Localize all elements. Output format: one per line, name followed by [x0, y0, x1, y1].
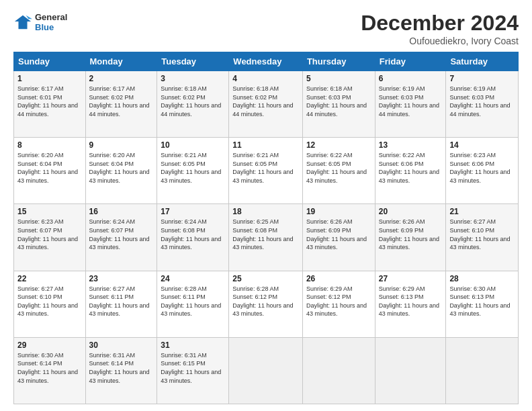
- week-row-5: 29Sunrise: 6:30 AMSunset: 6:14 PMDayligh…: [14, 337, 519, 404]
- day-number: 5: [306, 74, 371, 83]
- day-info: Sunrise: 6:25 AMSunset: 6:08 PMDaylight:…: [232, 218, 299, 251]
- day-info: Sunrise: 6:18 AMSunset: 6:02 PMDaylight:…: [161, 85, 225, 118]
- day-info: Sunrise: 6:30 AMSunset: 6:14 PMDaylight:…: [17, 351, 82, 385]
- day-info: Sunrise: 6:20 AMSunset: 6:04 PMDaylight:…: [89, 151, 154, 185]
- day-number: 6: [379, 74, 443, 83]
- week-row-2: 8Sunrise: 6:20 AMSunset: 6:04 PMDaylight…: [14, 138, 519, 204]
- day-number: 16: [89, 207, 154, 216]
- day-number: 20: [379, 207, 443, 216]
- week-row-1: 1Sunrise: 6:17 AMSunset: 6:01 PMDaylight…: [14, 71, 519, 138]
- calendar-cell: 6Sunrise: 6:19 AMSunset: 6:03 PMDaylight…: [375, 71, 446, 138]
- logo: General Blue: [13, 12, 67, 32]
- day-number: 19: [306, 207, 371, 216]
- calendar-cell: 4Sunrise: 6:18 AMSunset: 6:02 PMDaylight…: [229, 71, 303, 138]
- day-number: 9: [89, 140, 154, 150]
- calendar-cell: 7Sunrise: 6:19 AMSunset: 6:03 PMDaylight…: [446, 71, 519, 138]
- day-info: Sunrise: 6:29 AMSunset: 6:12 PMDaylight:…: [306, 285, 371, 318]
- day-info: Sunrise: 6:19 AMSunset: 6:03 PMDaylight:…: [379, 85, 443, 118]
- day-info: Sunrise: 6:21 AMSunset: 6:05 PMDaylight:…: [232, 151, 299, 185]
- day-number: 28: [449, 274, 515, 283]
- day-number: 4: [232, 74, 299, 83]
- calendar-cell: 2Sunrise: 6:17 AMSunset: 6:02 PMDaylight…: [85, 71, 157, 138]
- calendar-cell: 13Sunrise: 6:22 AMSunset: 6:06 PMDayligh…: [375, 138, 446, 204]
- day-number: 29: [17, 340, 82, 350]
- header-wednesday: Wednesday: [229, 52, 303, 71]
- day-info: Sunrise: 6:17 AMSunset: 6:02 PMDaylight:…: [89, 85, 154, 118]
- title-section: December 2024 Oufouediekro, Ivory Coast: [361, 12, 519, 46]
- day-info: Sunrise: 6:30 AMSunset: 6:13 PMDaylight:…: [449, 285, 515, 318]
- day-info: Sunrise: 6:24 AMSunset: 6:08 PMDaylight:…: [161, 218, 225, 251]
- day-number: 3: [161, 74, 225, 83]
- day-number: 13: [379, 140, 443, 150]
- calendar-cell: 15Sunrise: 6:23 AMSunset: 6:07 PMDayligh…: [14, 204, 86, 271]
- calendar-cell: 9Sunrise: 6:20 AMSunset: 6:04 PMDaylight…: [85, 138, 157, 204]
- day-info: Sunrise: 6:22 AMSunset: 6:06 PMDaylight:…: [379, 151, 443, 185]
- day-info: Sunrise: 6:23 AMSunset: 6:06 PMDaylight:…: [449, 151, 515, 185]
- day-info: Sunrise: 6:26 AMSunset: 6:09 PMDaylight:…: [379, 218, 443, 251]
- day-number: 12: [306, 140, 371, 150]
- calendar-cell: 22Sunrise: 6:27 AMSunset: 6:10 PMDayligh…: [14, 271, 86, 337]
- day-number: 8: [17, 140, 82, 150]
- header-thursday: Thursday: [302, 52, 375, 71]
- day-info: Sunrise: 6:22 AMSunset: 6:05 PMDaylight:…: [306, 151, 371, 185]
- day-info: Sunrise: 6:27 AMSunset: 6:10 PMDaylight:…: [449, 218, 515, 251]
- top-section: General Blue December 2024 Oufouediekro,…: [13, 12, 519, 46]
- header-saturday: Saturday: [446, 52, 519, 71]
- day-info: Sunrise: 6:18 AMSunset: 6:03 PMDaylight:…: [306, 85, 371, 118]
- calendar-cell: [375, 337, 446, 404]
- day-number: 10: [161, 140, 225, 150]
- day-number: 14: [449, 140, 515, 150]
- calendar-cell: 23Sunrise: 6:27 AMSunset: 6:11 PMDayligh…: [85, 271, 157, 337]
- calendar-cell: 28Sunrise: 6:30 AMSunset: 6:13 PMDayligh…: [446, 271, 519, 337]
- calendar-cell: 25Sunrise: 6:28 AMSunset: 6:12 PMDayligh…: [229, 271, 303, 337]
- logo-icon: [13, 13, 32, 32]
- day-number: 11: [232, 140, 299, 150]
- day-number: 23: [89, 274, 154, 283]
- day-number: 18: [232, 207, 299, 216]
- day-number: 22: [17, 274, 82, 283]
- calendar-cell: 1Sunrise: 6:17 AMSunset: 6:01 PMDaylight…: [14, 71, 86, 138]
- calendar-cell: 19Sunrise: 6:26 AMSunset: 6:09 PMDayligh…: [302, 204, 375, 271]
- header-row: Sunday Monday Tuesday Wednesday Thursday…: [14, 52, 519, 71]
- day-info: Sunrise: 6:23 AMSunset: 6:07 PMDaylight:…: [17, 218, 82, 251]
- day-number: 7: [449, 74, 515, 83]
- day-number: 25: [232, 274, 299, 283]
- calendar-cell: 10Sunrise: 6:21 AMSunset: 6:05 PMDayligh…: [157, 138, 229, 204]
- day-number: 1: [17, 74, 82, 83]
- day-info: Sunrise: 6:29 AMSunset: 6:13 PMDaylight:…: [379, 285, 443, 318]
- calendar-cell: 5Sunrise: 6:18 AMSunset: 6:03 PMDaylight…: [302, 71, 375, 138]
- header-friday: Friday: [375, 52, 446, 71]
- location: Oufouediekro, Ivory Coast: [361, 36, 519, 46]
- day-info: Sunrise: 6:31 AMSunset: 6:15 PMDaylight:…: [161, 351, 225, 385]
- day-number: 21: [449, 207, 515, 216]
- calendar-cell: 29Sunrise: 6:30 AMSunset: 6:14 PMDayligh…: [14, 337, 86, 404]
- day-info: Sunrise: 6:21 AMSunset: 6:05 PMDaylight:…: [161, 151, 225, 185]
- header-monday: Monday: [85, 52, 157, 71]
- calendar-cell: 21Sunrise: 6:27 AMSunset: 6:10 PMDayligh…: [446, 204, 519, 271]
- calendar-cell: [446, 337, 519, 404]
- calendar-cell: [302, 337, 375, 404]
- calendar-cell: 20Sunrise: 6:26 AMSunset: 6:09 PMDayligh…: [375, 204, 446, 271]
- calendar-cell: 27Sunrise: 6:29 AMSunset: 6:13 PMDayligh…: [375, 271, 446, 337]
- day-info: Sunrise: 6:31 AMSunset: 6:14 PMDaylight:…: [89, 351, 154, 385]
- day-info: Sunrise: 6:20 AMSunset: 6:04 PMDaylight:…: [17, 151, 82, 185]
- day-info: Sunrise: 6:28 AMSunset: 6:12 PMDaylight:…: [232, 285, 299, 318]
- day-number: 31: [161, 340, 225, 350]
- header-tuesday: Tuesday: [157, 52, 229, 71]
- calendar-cell: 16Sunrise: 6:24 AMSunset: 6:07 PMDayligh…: [85, 204, 157, 271]
- day-number: 17: [161, 207, 225, 216]
- calendar-cell: 3Sunrise: 6:18 AMSunset: 6:02 PMDaylight…: [157, 71, 229, 138]
- calendar-cell: 14Sunrise: 6:23 AMSunset: 6:06 PMDayligh…: [446, 138, 519, 204]
- calendar-cell: 8Sunrise: 6:20 AMSunset: 6:04 PMDaylight…: [14, 138, 86, 204]
- day-number: 2: [89, 74, 154, 83]
- month-title: December 2024: [361, 12, 519, 34]
- week-row-3: 15Sunrise: 6:23 AMSunset: 6:07 PMDayligh…: [14, 204, 519, 271]
- day-info: Sunrise: 6:27 AMSunset: 6:11 PMDaylight:…: [89, 285, 154, 318]
- day-number: 27: [379, 274, 443, 283]
- calendar-cell: 24Sunrise: 6:28 AMSunset: 6:11 PMDayligh…: [157, 271, 229, 337]
- logo-text: General Blue: [35, 12, 67, 32]
- day-number: 24: [161, 274, 225, 283]
- week-row-4: 22Sunrise: 6:27 AMSunset: 6:10 PMDayligh…: [14, 271, 519, 337]
- day-info: Sunrise: 6:18 AMSunset: 6:02 PMDaylight:…: [232, 85, 299, 118]
- calendar-cell: 18Sunrise: 6:25 AMSunset: 6:08 PMDayligh…: [229, 204, 303, 271]
